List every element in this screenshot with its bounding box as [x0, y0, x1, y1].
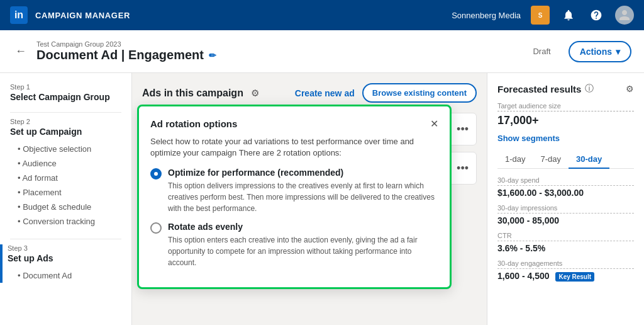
linkedin-logo: in: [10, 6, 28, 24]
create-new-ad-button[interactable]: Create new ad: [295, 88, 355, 98]
sidebar-item-conversion[interactable]: Conversion tracking: [0, 214, 131, 229]
sidebar-item-audience[interactable]: Audience: [0, 156, 131, 171]
ads-header: Ads in this campaign ⚙ Create new ad Bro…: [142, 83, 477, 103]
step3-title: Set up Ads: [0, 253, 131, 263]
popup-title: Ad rotation options: [150, 118, 237, 129]
edit-icon[interactable]: ✏: [209, 50, 216, 60]
step3-section: Step 3 Set up Ads Document Ad: [0, 244, 131, 283]
ad-card-1-more-icon[interactable]: •••: [457, 123, 469, 136]
notification-icon[interactable]: [560, 6, 577, 24]
step2-title: Set up Campaign: [0, 127, 131, 137]
ads-title: Ads in this campaign: [142, 88, 243, 99]
ad-card-2-more-icon[interactable]: •••: [457, 162, 469, 175]
actions-button[interactable]: Actions ▾: [569, 41, 631, 62]
day-tabs: 1-day 7-day 30-day: [497, 151, 634, 169]
option1-label: Optimize for performance (recommended): [168, 168, 438, 178]
tab-7day[interactable]: 7-day: [533, 151, 569, 169]
chevron-down-icon: ▾: [616, 47, 620, 57]
step1-section: Step 1 Select Campaign Group: [0, 83, 131, 102]
step2-label: Step 2: [0, 118, 131, 125]
step3-active-bar: [0, 244, 3, 283]
metric-impressions: 30-day impressions 30,000 - 85,000: [497, 204, 634, 225]
radio-selected-icon[interactable]: [150, 168, 162, 180]
spend-value: $1,600.00 - $3,000.00: [497, 188, 634, 198]
step1-label: Step 1: [0, 83, 131, 91]
show-segments-link[interactable]: Show segments: [497, 134, 634, 143]
audience-block: Target audience size 17,000+: [497, 102, 634, 127]
sidebar-item-documentad[interactable]: Document Ad: [0, 268, 131, 283]
help-icon[interactable]: [587, 6, 605, 24]
audience-label: Target audience size: [497, 102, 634, 111]
right-panel: Forecasted results ⓘ ⚙ Target audience s…: [487, 73, 644, 325]
top-nav: in CAMPAIGN MANAGER Sonnenberg Media S: [0, 0, 644, 30]
popup-header: Ad rotation options ✕: [150, 118, 438, 130]
step3-label: Step 3: [0, 244, 131, 252]
popup-description: Select how to rotate your ad variations …: [150, 136, 438, 159]
metric-ctr: CTR 3.6% - 5.5%: [497, 232, 634, 253]
impressions-label: 30-day impressions: [497, 204, 634, 214]
app-name: CAMPAIGN MANAGER: [35, 11, 130, 20]
radio-unselected-icon[interactable]: [150, 222, 162, 234]
forecast-gear-icon[interactable]: ⚙: [626, 84, 634, 94]
nav-right: Sonnenberg Media S: [452, 6, 634, 25]
close-icon[interactable]: ✕: [430, 118, 438, 130]
forecast-info-icon[interactable]: ⓘ: [585, 83, 594, 94]
sidebar-item-adformat[interactable]: Ad format: [0, 171, 131, 185]
sidebar-item-objective[interactable]: Objective selection: [0, 142, 131, 156]
status-badge: Draft: [533, 47, 550, 56]
ctr-value: 3.6% - 5.5%: [497, 243, 634, 253]
forecast-header: Forecasted results ⓘ ⚙: [497, 83, 634, 94]
main-layout: Step 1 Select Campaign Group Step 2 Set …: [0, 73, 644, 325]
user-avatar[interactable]: [615, 6, 634, 25]
engagements-label: 30-day engagements: [497, 259, 634, 269]
breadcrumb: Test Campaign Group 2023: [36, 40, 525, 48]
header-bar: ← Test Campaign Group 2023 Document Ad |…: [0, 30, 644, 73]
metric-engagements: 30-day engagements 1,600 - 4,500 Key Res…: [497, 259, 634, 281]
tab-30day[interactable]: 30-day: [569, 151, 609, 169]
spend-label: 30-day spend: [497, 176, 634, 186]
tab-1day[interactable]: 1-day: [497, 151, 533, 169]
ads-gear-icon[interactable]: ⚙: [251, 88, 259, 99]
radio-option-rotate: Rotate ads evenly This option enters eac…: [150, 222, 438, 268]
audience-value: 17,000+: [497, 114, 634, 127]
engagements-value: 1,600 - 4,500 Key Result: [497, 271, 634, 281]
sidebar: Step 1 Select Campaign Group Step 2 Set …: [0, 73, 132, 325]
sidebar-item-placement[interactable]: Placement: [0, 185, 131, 200]
header-text: Test Campaign Group 2023 Document Ad | E…: [36, 40, 525, 62]
center-content: Ads in this campaign ⚙ Create new ad Bro…: [132, 73, 487, 325]
impressions-value: 30,000 - 85,000: [497, 215, 634, 225]
option1-desc: This option delivers impressions to the …: [168, 180, 438, 214]
option2-desc: This option enters each creative into th…: [168, 234, 438, 268]
option2-label: Rotate ads evenly: [168, 222, 438, 232]
company-logo[interactable]: S: [531, 6, 550, 25]
step2-section: Step 2 Set up Campaign Objective selecti…: [0, 118, 131, 229]
forecast-title: Forecasted results: [497, 84, 581, 94]
step1-title: Select Campaign Group: [0, 92, 131, 102]
ctr-label: CTR: [497, 232, 634, 241]
company-name: Sonnenberg Media: [452, 11, 521, 20]
sidebar-item-budget[interactable]: Budget & schedule: [0, 200, 131, 214]
back-button[interactable]: ←: [13, 42, 29, 60]
radio-option-optimize: Optimize for performance (recommended) T…: [150, 168, 438, 214]
ad-rotation-popup: Ad rotation options ✕ Select how to rota…: [137, 105, 452, 289]
page-title: Document Ad | Engagement ✏: [36, 48, 525, 62]
metric-spend: 30-day spend $1,600.00 - $3,000.00: [497, 176, 634, 198]
key-result-badge: Key Result: [555, 272, 594, 282]
browse-existing-button[interactable]: Browse existing content: [362, 83, 477, 103]
